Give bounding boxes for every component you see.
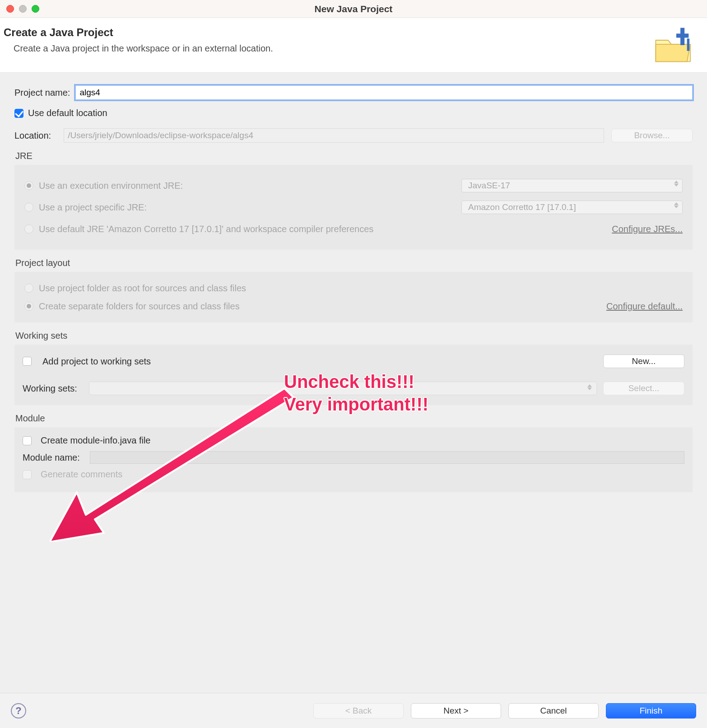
layout-separate-radio[interactable]	[24, 302, 33, 311]
svg-rect-2	[687, 38, 689, 51]
finish-button[interactable]: Finish	[606, 703, 696, 719]
project-name-input[interactable]	[75, 85, 693, 100]
create-module-info-checkbox[interactable]	[23, 436, 32, 445]
ws-group: Add project to working sets New... Worki…	[14, 345, 693, 405]
back-button: < Back	[313, 703, 404, 719]
layout-separate-label: Create separate folders for sources and …	[39, 301, 240, 312]
ws-group-label: Working sets	[15, 331, 693, 341]
configure-default-link[interactable]: Configure default...	[606, 301, 683, 312]
jre-env-combo-value: JavaSE-17	[468, 181, 510, 191]
jre-group-label: JRE	[15, 151, 693, 161]
jre-env-label: Use an execution environment JRE:	[39, 181, 183, 191]
select-working-set-button: Select...	[603, 382, 684, 395]
titlebar: New Java Project	[0, 0, 707, 18]
layout-root-radio[interactable]	[24, 284, 33, 293]
next-button[interactable]: Next >	[411, 703, 501, 719]
module-name-input	[90, 451, 684, 464]
layout-group-label: Project layout	[15, 258, 693, 268]
wizard-footer: ? < Back Next > Cancel Finish	[0, 693, 707, 728]
jre-group: Use an execution environment JRE: JavaSE…	[14, 165, 693, 250]
module-group: Create module-info.java file Module name…	[14, 427, 693, 492]
jre-project-radio[interactable]	[24, 203, 33, 212]
jre-project-combo-value: Amazon Corretto 17 [17.0.1]	[468, 202, 576, 212]
working-sets-label: Working sets:	[23, 383, 77, 394]
page-subtitle: Create a Java project in the workspace o…	[14, 43, 273, 54]
project-name-label: Project name:	[14, 88, 70, 98]
window-title: New Java Project	[0, 4, 707, 14]
svg-rect-1	[676, 33, 688, 37]
jre-default-label: Use default JRE 'Amazon Corretto 17 [17.…	[39, 224, 373, 234]
cancel-button[interactable]: Cancel	[508, 703, 599, 719]
generate-comments-checkbox	[23, 470, 32, 479]
layout-group: Use project folder as root for sources a…	[14, 272, 693, 322]
browse-button: Browse...	[611, 129, 693, 142]
wizard-header: Create a Java Project Create a Java proj…	[0, 18, 707, 73]
module-group-label: Module	[15, 413, 693, 424]
jre-project-label: Use a project specific JRE:	[39, 202, 147, 213]
location-input	[64, 128, 604, 143]
working-sets-combo[interactable]	[89, 382, 597, 395]
generate-comments-label: Generate comments	[41, 469, 122, 480]
page-title: Create a Java Project	[4, 26, 273, 39]
jre-env-radio[interactable]	[24, 181, 33, 190]
layout-root-label: Use project folder as root for sources a…	[39, 283, 246, 294]
location-label: Location:	[14, 131, 51, 141]
use-default-location-label: Use default location	[28, 108, 107, 118]
add-working-sets-label: Add project to working sets	[42, 356, 151, 367]
jre-env-combo[interactable]: JavaSE-17	[461, 179, 683, 192]
wizard-content: Project name: Use default location Locat…	[0, 73, 707, 693]
wizard-icon	[652, 26, 695, 63]
configure-jres-link[interactable]: Configure JREs...	[612, 224, 683, 234]
create-module-info-label: Create module-info.java file	[41, 435, 150, 446]
new-working-set-button[interactable]: New...	[603, 355, 684, 368]
add-working-sets-checkbox[interactable]	[23, 357, 32, 366]
module-name-label: Module name:	[23, 453, 80, 463]
jre-default-radio[interactable]	[24, 224, 33, 233]
use-default-location-checkbox[interactable]	[14, 109, 23, 118]
jre-project-combo[interactable]: Amazon Corretto 17 [17.0.1]	[461, 201, 683, 214]
help-icon[interactable]: ?	[11, 703, 26, 719]
